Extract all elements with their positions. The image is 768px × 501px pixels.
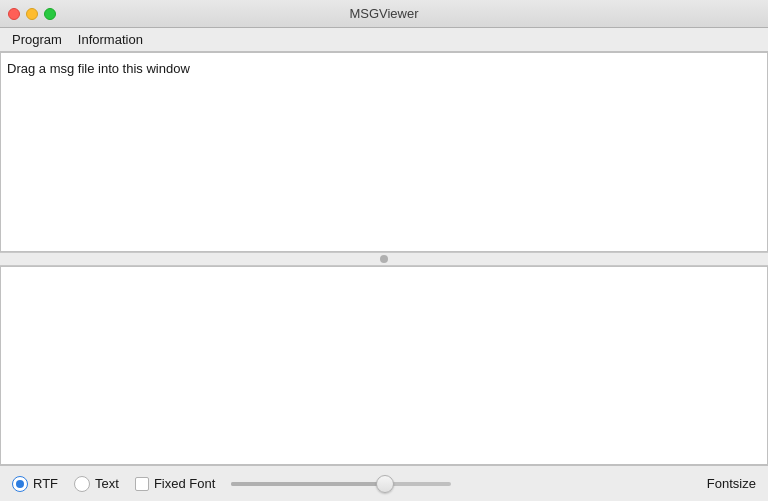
window-controls [8, 8, 56, 20]
close-button[interactable] [8, 8, 20, 20]
bottom-bar: RTF Text Fixed Font Fontsize [0, 465, 768, 501]
divider-handle [380, 255, 388, 263]
slider-thumb[interactable] [376, 475, 394, 493]
top-pane: Drag a msg file into this window [0, 52, 768, 252]
radio-rtf-indicator [12, 476, 28, 492]
bottom-pane [0, 266, 768, 466]
radio-text-indicator [74, 476, 90, 492]
window-title: MSGViewer [349, 6, 418, 21]
pane-divider[interactable] [0, 252, 768, 266]
fontsize-label: Fontsize [707, 476, 756, 491]
title-bar: MSGViewer [0, 0, 768, 28]
main-content: Drag a msg file into this window [0, 52, 768, 465]
radio-rtf[interactable]: RTF [12, 476, 58, 492]
radio-rtf-label: RTF [33, 476, 58, 491]
checkbox-fixed-font-label: Fixed Font [154, 476, 215, 491]
menu-program[interactable]: Program [4, 30, 70, 49]
drop-hint: Drag a msg file into this window [1, 53, 767, 84]
radio-text-label: Text [95, 476, 119, 491]
checkbox-fixed-font-box [135, 477, 149, 491]
slider-track [231, 482, 451, 486]
menu-bar: Program Information [0, 28, 768, 52]
radio-text[interactable]: Text [74, 476, 119, 492]
slider-fill [231, 482, 385, 486]
minimize-button[interactable] [26, 8, 38, 20]
fontsize-slider-container [231, 482, 451, 486]
menu-information[interactable]: Information [70, 30, 151, 49]
checkbox-fixed-font[interactable]: Fixed Font [135, 476, 215, 491]
maximize-button[interactable] [44, 8, 56, 20]
